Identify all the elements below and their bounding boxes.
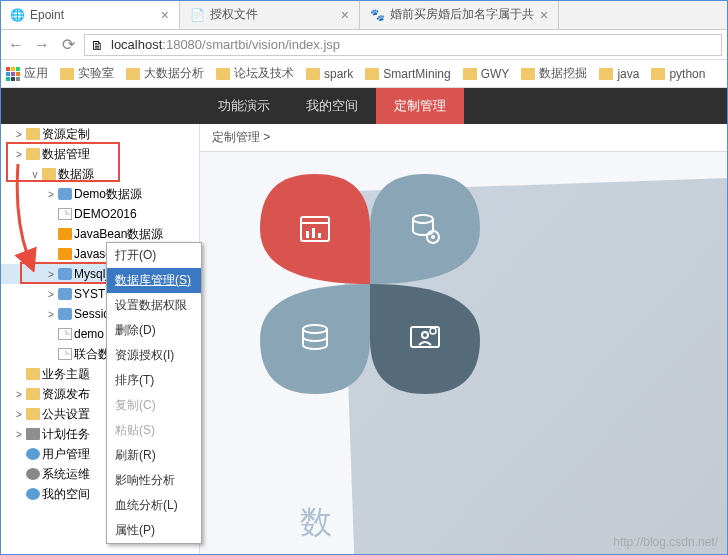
folder-icon	[599, 68, 613, 80]
context-menu-item-3[interactable]: 删除(D)	[107, 318, 201, 343]
expand-icon[interactable]: >	[46, 289, 56, 300]
user-screen-icon	[405, 319, 445, 359]
tree-label: 系统运维	[42, 466, 90, 483]
tree-label: 公共设置	[42, 406, 90, 423]
nav-custom[interactable]: 定制管理	[376, 88, 464, 124]
petal-report[interactable]	[260, 174, 370, 284]
tree-node-0[interactable]: >资源定制	[0, 124, 199, 144]
globe-icon: 🌐	[10, 8, 24, 22]
url-input[interactable]: 🗎 localhost:18080/smartbi/vision/index.j…	[84, 34, 722, 56]
expand-icon[interactable]: >	[46, 189, 56, 200]
expand-icon[interactable]: >	[46, 269, 56, 280]
context-menu-item-8[interactable]: 刷新(R)	[107, 443, 201, 468]
bm-3[interactable]: 论坛及技术	[216, 65, 294, 82]
tree-node-5[interactable]: JavaBean数据源	[0, 224, 199, 244]
expand-icon[interactable]: >	[14, 129, 24, 140]
context-menu-item-5[interactable]: 排序(T)	[107, 368, 201, 393]
folder-icon	[651, 68, 665, 80]
context-menu-item-10[interactable]: 血统分析(L)	[107, 493, 201, 518]
address-bar: ← → ⟳ 🗎 localhost:18080/smartbi/vision/i…	[0, 30, 728, 60]
url-path: /smartbi/vision/index.jsp	[202, 37, 340, 52]
svg-point-11	[430, 328, 436, 334]
top-nav: 功能演示 我的空间 定制管理	[0, 88, 728, 124]
close-icon[interactable]: ×	[341, 7, 349, 23]
bookmarks-bar: 应用 实验室 大数据分析 论坛及技术 spark SmartMining GWY…	[0, 60, 728, 88]
context-menu-item-9[interactable]: 影响性分析	[107, 468, 201, 493]
petal-user[interactable]	[370, 284, 480, 394]
petal-database[interactable]	[370, 174, 480, 284]
tree-node-3[interactable]: >Demo数据源	[0, 184, 199, 204]
bm-5[interactable]: SmartMining	[365, 67, 450, 81]
svg-point-8	[303, 325, 327, 333]
tree-node-1[interactable]: >数据管理	[0, 144, 199, 164]
main: >资源定制>数据管理v数据源>Demo数据源DEMO2016JavaBean数据…	[0, 124, 728, 555]
context-menu-item-4[interactable]: 资源授权(I)	[107, 343, 201, 368]
bm-label: java	[617, 67, 639, 81]
close-icon[interactable]: ×	[161, 7, 169, 23]
expand-icon[interactable]: >	[14, 409, 24, 420]
reload-button[interactable]: ⟳	[58, 35, 78, 55]
tree-label: JavaBean数据源	[74, 226, 163, 243]
folder-icon	[463, 68, 477, 80]
context-menu-item-0[interactable]: 打开(O)	[107, 243, 201, 268]
context-menu-item-2[interactable]: 设置数据权限	[107, 293, 201, 318]
db-icon	[58, 308, 72, 320]
bm-8[interactable]: java	[599, 67, 639, 81]
expand-icon[interactable]: >	[46, 309, 56, 320]
bm-label: python	[669, 67, 705, 81]
tree-label: 联合数	[74, 346, 110, 363]
bm-4[interactable]: spark	[306, 67, 353, 81]
expand-icon[interactable]: v	[30, 169, 40, 180]
petal-storage[interactable]	[260, 284, 370, 394]
back-button[interactable]: ←	[6, 35, 26, 55]
url-host: localhost	[111, 37, 162, 52]
tree-node-2[interactable]: v数据源	[0, 164, 199, 184]
tab-label: 授权文件	[210, 6, 258, 23]
url-port: :18080	[162, 37, 202, 52]
bm-1[interactable]: 实验室	[60, 65, 114, 82]
nav-demo[interactable]: 功能演示	[200, 88, 288, 124]
tree-label: 用户管理	[42, 446, 90, 463]
doc-icon	[58, 328, 72, 340]
paw-icon: 🐾	[370, 8, 384, 22]
svg-point-5	[413, 215, 433, 223]
bm-9[interactable]: python	[651, 67, 705, 81]
expand-icon[interactable]: >	[14, 429, 24, 440]
svg-rect-4	[318, 233, 321, 238]
expand-icon[interactable]: >	[14, 149, 24, 160]
content-panel: 定制管理 > 数 http://blog.csdn.net/	[200, 124, 728, 555]
tab-2[interactable]: 🐾 婚前买房婚后加名字属于共 ×	[360, 0, 559, 29]
close-icon[interactable]: ×	[540, 7, 548, 23]
folder-icon	[365, 68, 379, 80]
bm-label: GWY	[481, 67, 510, 81]
tab-1[interactable]: 📄 授权文件 ×	[180, 0, 360, 29]
context-menu-item-11[interactable]: 属性(P)	[107, 518, 201, 543]
db-icon	[58, 188, 72, 200]
folder-icon	[26, 148, 40, 160]
gear-icon	[26, 468, 40, 480]
bm-label: 实验室	[78, 65, 114, 82]
folder-icon	[126, 68, 140, 80]
svg-rect-3	[312, 228, 315, 238]
orange-icon	[58, 228, 72, 240]
tree-node-4[interactable]: DEMO2016	[0, 204, 199, 224]
bm-label: spark	[324, 67, 353, 81]
context-menu-item-1[interactable]: 数据库管理(S)	[107, 268, 201, 293]
breadcrumb: 定制管理 >	[200, 124, 728, 152]
tree-label: 资源定制	[42, 126, 90, 143]
folder-icon	[306, 68, 320, 80]
bm-2[interactable]: 大数据分析	[126, 65, 204, 82]
tree-label: DEMO2016	[74, 207, 137, 221]
apps-icon	[6, 67, 20, 81]
bm-6[interactable]: GWY	[463, 67, 510, 81]
apps-button[interactable]: 应用	[6, 65, 48, 82]
tree-label: 计划任务	[42, 426, 90, 443]
bm-7[interactable]: 数据挖掘	[521, 65, 587, 82]
tab-0[interactable]: 🌐 Epoint ×	[0, 0, 180, 29]
tree-label: 我的空间	[42, 486, 90, 503]
forward-button[interactable]: →	[32, 35, 52, 55]
nav-myspace[interactable]: 我的空间	[288, 88, 376, 124]
folder-icon	[26, 368, 40, 380]
expand-icon[interactable]: >	[14, 389, 24, 400]
db-icon	[58, 288, 72, 300]
